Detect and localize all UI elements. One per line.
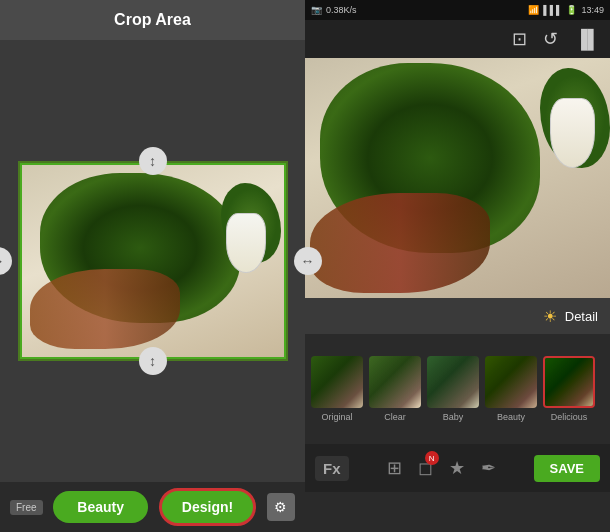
right-panel: 📷 0.38K/s 📶 ▌▌▌ 🔋 13:49 ⊡ ↺ ▐▌ ☀ Detail: [305, 0, 610, 532]
save-button[interactable]: SAVE: [534, 455, 600, 482]
status-left: 📷 0.38K/s: [311, 5, 357, 15]
fx-label: Fx: [323, 460, 341, 477]
filter-thumb-img-clear: [369, 356, 421, 408]
filter-label-clear: Clear: [384, 412, 406, 422]
adjust-icon[interactable]: ▐▌: [574, 29, 600, 50]
filter-thumb-img-original: [311, 356, 363, 408]
filter-thumb-original: [311, 356, 363, 408]
filter-thumb-beauty: [485, 356, 537, 408]
fx-button[interactable]: Fx: [315, 456, 349, 481]
free-badge: Free: [10, 500, 43, 515]
fish: [30, 269, 180, 349]
filter-thumb-clear: [369, 356, 421, 408]
bottom-icons: ⊞ ◻ N ★ ✒: [387, 457, 496, 479]
crop-handle-bottom[interactable]: ↕: [139, 347, 167, 375]
crop-handle-right[interactable]: ↔: [294, 247, 322, 275]
filter-strip: Original Clear Baby Beauty Delicious: [305, 334, 610, 444]
filter-label-original: Original: [321, 412, 352, 422]
filter-original[interactable]: Original: [311, 356, 363, 422]
big-sauce-cup: [550, 98, 595, 168]
crop-image-container[interactable]: ↕ ↕ ↔ ↔: [18, 161, 288, 361]
filter-thumb-img-baby: [427, 356, 479, 408]
filter-baby[interactable]: Baby: [427, 356, 479, 422]
crop-handle-top[interactable]: ↕: [139, 147, 167, 175]
bottom-bar: Fx ⊞ ◻ N ★ ✒ SAVE: [305, 444, 610, 492]
wifi-icon: 📶: [528, 5, 539, 15]
filter-delicious[interactable]: Delicious: [543, 356, 595, 422]
filter-label-baby: Baby: [443, 412, 464, 422]
main-photo: [305, 58, 610, 298]
rotate-icon[interactable]: ↺: [543, 28, 558, 50]
status-bar: 📷 0.38K/s 📶 ▌▌▌ 🔋 13:49: [305, 0, 610, 20]
n-badge: N: [425, 451, 439, 465]
crop-handle-left[interactable]: ↔: [0, 247, 12, 275]
detail-bar: ☀ Detail: [305, 298, 610, 334]
filter-label-delicious: Delicious: [551, 412, 588, 422]
speed-indicator: 0.38K/s: [326, 5, 357, 15]
status-right: 📶 ▌▌▌ 🔋 13:49: [528, 5, 604, 15]
filter-label-beauty: Beauty: [497, 412, 525, 422]
beauty-button[interactable]: Beauty: [53, 491, 148, 523]
crop-icon[interactable]: ⊡: [512, 28, 527, 50]
battery-icon: 🔋: [566, 5, 577, 15]
detail-label: Detail: [565, 309, 598, 324]
filter-thumb-img-delicious: [545, 358, 593, 406]
filter-clear[interactable]: Clear: [369, 356, 421, 422]
design-button[interactable]: Design!: [159, 488, 256, 526]
left-footer: Free Beauty Design! ⚙: [0, 482, 305, 532]
signal-bars: ▌▌▌: [543, 5, 562, 15]
grid-icon[interactable]: ⊞: [387, 457, 402, 479]
crop-image: [18, 161, 288, 361]
left-header: Crop Area: [0, 0, 305, 40]
effects-icon[interactable]: ◻ N: [418, 457, 433, 479]
crop-canvas: ↕ ↕ ↔ ↔: [0, 40, 305, 482]
sauce-cup: [226, 213, 266, 273]
status-icon: 📷: [311, 5, 322, 15]
right-toolbar: ⊡ ↺ ▐▌: [305, 20, 610, 58]
left-panel: Crop Area ↕ ↕ ↔ ↔ Free Beauty Design! ⚙: [0, 0, 305, 532]
filter-thumb-img-beauty: [485, 356, 537, 408]
filter-thumb-baby: [427, 356, 479, 408]
clock: 13:49: [581, 5, 604, 15]
settings-icon[interactable]: ⚙: [267, 493, 295, 521]
big-fish: [310, 193, 490, 293]
filter-thumb-delicious: [543, 356, 595, 408]
pen-icon[interactable]: ✒: [481, 457, 496, 479]
sun-icon: ☀: [543, 307, 557, 326]
filter-beauty[interactable]: Beauty: [485, 356, 537, 422]
crop-area-title: Crop Area: [114, 11, 191, 29]
star-icon[interactable]: ★: [449, 457, 465, 479]
